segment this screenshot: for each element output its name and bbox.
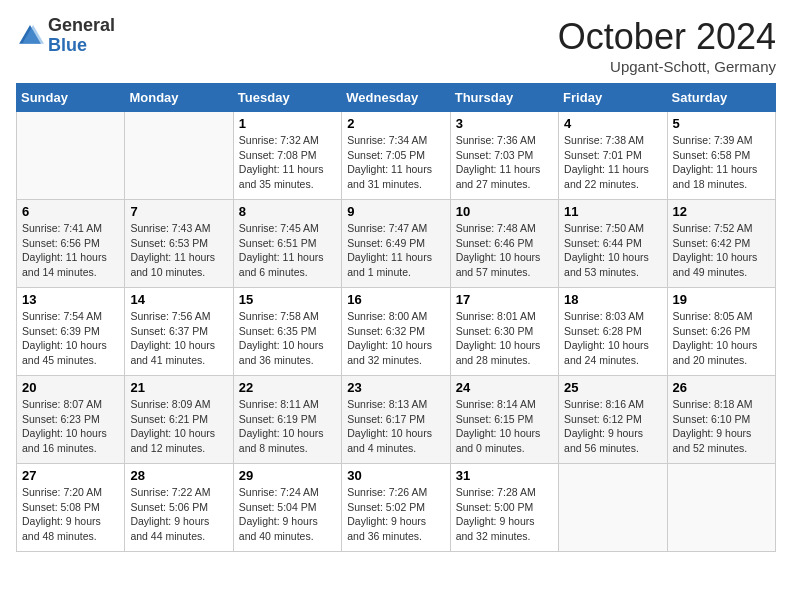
day-info: Sunrise: 7:43 AM Sunset: 6:53 PM Dayligh…: [130, 221, 227, 280]
weekday-header-sunday: Sunday: [17, 84, 125, 112]
day-number: 17: [456, 292, 553, 307]
day-number: 6: [22, 204, 119, 219]
day-info: Sunrise: 7:58 AM Sunset: 6:35 PM Dayligh…: [239, 309, 336, 368]
day-cell: 25Sunrise: 8:16 AM Sunset: 6:12 PM Dayli…: [559, 376, 667, 464]
logo: General Blue: [16, 16, 115, 56]
day-number: 30: [347, 468, 444, 483]
day-info: Sunrise: 7:34 AM Sunset: 7:05 PM Dayligh…: [347, 133, 444, 192]
day-cell: 13Sunrise: 7:54 AM Sunset: 6:39 PM Dayli…: [17, 288, 125, 376]
day-cell: 24Sunrise: 8:14 AM Sunset: 6:15 PM Dayli…: [450, 376, 558, 464]
day-number: 26: [673, 380, 770, 395]
logo-text: General Blue: [48, 16, 115, 56]
day-info: Sunrise: 7:39 AM Sunset: 6:58 PM Dayligh…: [673, 133, 770, 192]
day-number: 28: [130, 468, 227, 483]
week-row-4: 20Sunrise: 8:07 AM Sunset: 6:23 PM Dayli…: [17, 376, 776, 464]
day-info: Sunrise: 7:47 AM Sunset: 6:49 PM Dayligh…: [347, 221, 444, 280]
day-number: 5: [673, 116, 770, 131]
day-cell: 20Sunrise: 8:07 AM Sunset: 6:23 PM Dayli…: [17, 376, 125, 464]
day-info: Sunrise: 8:03 AM Sunset: 6:28 PM Dayligh…: [564, 309, 661, 368]
day-info: Sunrise: 7:38 AM Sunset: 7:01 PM Dayligh…: [564, 133, 661, 192]
day-cell: 27Sunrise: 7:20 AM Sunset: 5:08 PM Dayli…: [17, 464, 125, 552]
week-row-5: 27Sunrise: 7:20 AM Sunset: 5:08 PM Dayli…: [17, 464, 776, 552]
day-info: Sunrise: 7:45 AM Sunset: 6:51 PM Dayligh…: [239, 221, 336, 280]
day-info: Sunrise: 8:14 AM Sunset: 6:15 PM Dayligh…: [456, 397, 553, 456]
day-cell: 31Sunrise: 7:28 AM Sunset: 5:00 PM Dayli…: [450, 464, 558, 552]
day-number: 15: [239, 292, 336, 307]
day-info: Sunrise: 8:16 AM Sunset: 6:12 PM Dayligh…: [564, 397, 661, 456]
day-info: Sunrise: 8:18 AM Sunset: 6:10 PM Dayligh…: [673, 397, 770, 456]
day-info: Sunrise: 7:22 AM Sunset: 5:06 PM Dayligh…: [130, 485, 227, 544]
day-info: Sunrise: 8:07 AM Sunset: 6:23 PM Dayligh…: [22, 397, 119, 456]
day-info: Sunrise: 7:54 AM Sunset: 6:39 PM Dayligh…: [22, 309, 119, 368]
day-number: 1: [239, 116, 336, 131]
day-info: Sunrise: 7:52 AM Sunset: 6:42 PM Dayligh…: [673, 221, 770, 280]
day-number: 22: [239, 380, 336, 395]
day-cell: [667, 464, 775, 552]
day-info: Sunrise: 7:41 AM Sunset: 6:56 PM Dayligh…: [22, 221, 119, 280]
day-number: 16: [347, 292, 444, 307]
month-title: October 2024: [558, 16, 776, 58]
day-info: Sunrise: 7:24 AM Sunset: 5:04 PM Dayligh…: [239, 485, 336, 544]
calendar-table: SundayMondayTuesdayWednesdayThursdayFrid…: [16, 83, 776, 552]
day-cell: 4Sunrise: 7:38 AM Sunset: 7:01 PM Daylig…: [559, 112, 667, 200]
weekday-header-thursday: Thursday: [450, 84, 558, 112]
day-number: 25: [564, 380, 661, 395]
day-cell: 1Sunrise: 7:32 AM Sunset: 7:08 PM Daylig…: [233, 112, 341, 200]
day-cell: 26Sunrise: 8:18 AM Sunset: 6:10 PM Dayli…: [667, 376, 775, 464]
day-cell: 28Sunrise: 7:22 AM Sunset: 5:06 PM Dayli…: [125, 464, 233, 552]
day-info: Sunrise: 8:01 AM Sunset: 6:30 PM Dayligh…: [456, 309, 553, 368]
day-cell: 7Sunrise: 7:43 AM Sunset: 6:53 PM Daylig…: [125, 200, 233, 288]
day-info: Sunrise: 7:32 AM Sunset: 7:08 PM Dayligh…: [239, 133, 336, 192]
day-number: 24: [456, 380, 553, 395]
weekday-header-friday: Friday: [559, 84, 667, 112]
day-number: 14: [130, 292, 227, 307]
weekday-header-tuesday: Tuesday: [233, 84, 341, 112]
logo-general: General: [48, 16, 115, 36]
weekday-header-row: SundayMondayTuesdayWednesdayThursdayFrid…: [17, 84, 776, 112]
day-cell: 8Sunrise: 7:45 AM Sunset: 6:51 PM Daylig…: [233, 200, 341, 288]
day-info: Sunrise: 7:48 AM Sunset: 6:46 PM Dayligh…: [456, 221, 553, 280]
day-number: 19: [673, 292, 770, 307]
day-number: 20: [22, 380, 119, 395]
day-cell: 21Sunrise: 8:09 AM Sunset: 6:21 PM Dayli…: [125, 376, 233, 464]
day-number: 11: [564, 204, 661, 219]
day-info: Sunrise: 8:09 AM Sunset: 6:21 PM Dayligh…: [130, 397, 227, 456]
day-number: 29: [239, 468, 336, 483]
day-number: 2: [347, 116, 444, 131]
day-cell: 11Sunrise: 7:50 AM Sunset: 6:44 PM Dayli…: [559, 200, 667, 288]
day-cell: 2Sunrise: 7:34 AM Sunset: 7:05 PM Daylig…: [342, 112, 450, 200]
day-number: 7: [130, 204, 227, 219]
page-header: General Blue October 2024 Upgant-Schott,…: [16, 16, 776, 75]
day-cell: 10Sunrise: 7:48 AM Sunset: 6:46 PM Dayli…: [450, 200, 558, 288]
day-cell: 18Sunrise: 8:03 AM Sunset: 6:28 PM Dayli…: [559, 288, 667, 376]
day-cell: 29Sunrise: 7:24 AM Sunset: 5:04 PM Dayli…: [233, 464, 341, 552]
day-info: Sunrise: 8:11 AM Sunset: 6:19 PM Dayligh…: [239, 397, 336, 456]
day-number: 9: [347, 204, 444, 219]
day-cell: 14Sunrise: 7:56 AM Sunset: 6:37 PM Dayli…: [125, 288, 233, 376]
day-cell: 16Sunrise: 8:00 AM Sunset: 6:32 PM Dayli…: [342, 288, 450, 376]
logo-icon: [16, 22, 44, 50]
day-number: 4: [564, 116, 661, 131]
day-number: 18: [564, 292, 661, 307]
day-cell: 19Sunrise: 8:05 AM Sunset: 6:26 PM Dayli…: [667, 288, 775, 376]
day-cell: 22Sunrise: 8:11 AM Sunset: 6:19 PM Dayli…: [233, 376, 341, 464]
day-cell: [125, 112, 233, 200]
weekday-header-wednesday: Wednesday: [342, 84, 450, 112]
day-info: Sunrise: 7:56 AM Sunset: 6:37 PM Dayligh…: [130, 309, 227, 368]
week-row-3: 13Sunrise: 7:54 AM Sunset: 6:39 PM Dayli…: [17, 288, 776, 376]
location: Upgant-Schott, Germany: [558, 58, 776, 75]
day-info: Sunrise: 7:28 AM Sunset: 5:00 PM Dayligh…: [456, 485, 553, 544]
day-cell: 9Sunrise: 7:47 AM Sunset: 6:49 PM Daylig…: [342, 200, 450, 288]
day-number: 10: [456, 204, 553, 219]
day-info: Sunrise: 8:13 AM Sunset: 6:17 PM Dayligh…: [347, 397, 444, 456]
day-cell: 6Sunrise: 7:41 AM Sunset: 6:56 PM Daylig…: [17, 200, 125, 288]
day-info: Sunrise: 7:50 AM Sunset: 6:44 PM Dayligh…: [564, 221, 661, 280]
day-number: 23: [347, 380, 444, 395]
day-cell: [17, 112, 125, 200]
day-number: 21: [130, 380, 227, 395]
day-number: 31: [456, 468, 553, 483]
day-cell: 23Sunrise: 8:13 AM Sunset: 6:17 PM Dayli…: [342, 376, 450, 464]
day-cell: [559, 464, 667, 552]
week-row-1: 1Sunrise: 7:32 AM Sunset: 7:08 PM Daylig…: [17, 112, 776, 200]
day-number: 13: [22, 292, 119, 307]
